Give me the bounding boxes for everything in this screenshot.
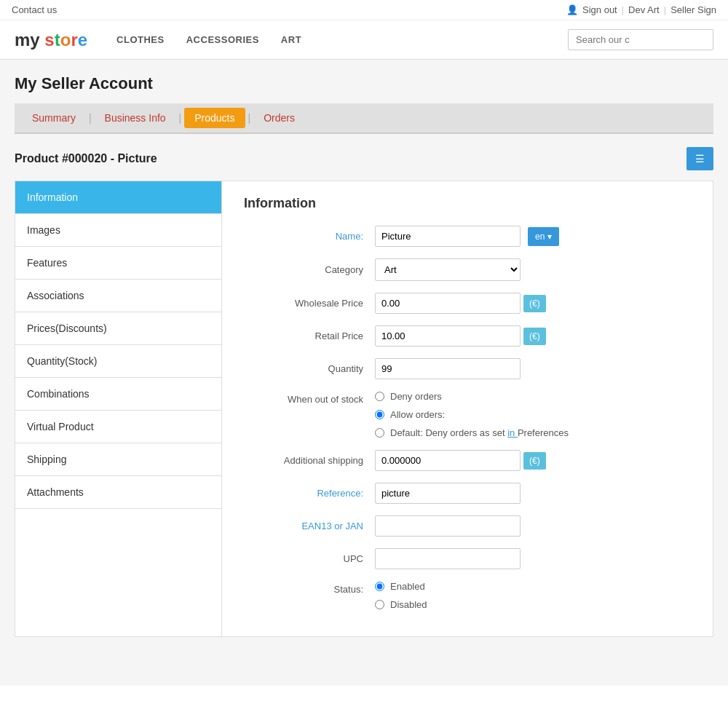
action-button[interactable]: ☰ xyxy=(687,147,713,170)
tab-products[interactable]: Products xyxy=(184,108,245,128)
additional-shipping-label: Additional shipping xyxy=(244,455,375,466)
form-row-retail: Retail Price (€) xyxy=(244,325,691,347)
top-bar-right: 👤 Sign out | Dev Art | Seller Sign xyxy=(566,4,716,15)
wholesale-input-group: (€) xyxy=(375,293,546,314)
search-input[interactable] xyxy=(568,29,713,50)
form-row-reference: Reference: xyxy=(244,483,691,504)
sidebar-item-combinations[interactable]: Combinations xyxy=(15,378,221,411)
nav-clothes[interactable]: CLOTHES xyxy=(116,34,165,45)
tab-summary[interactable]: Summary xyxy=(22,108,86,128)
name-input-group: en ▾ xyxy=(375,226,559,247)
wholesale-label: Wholesale Price xyxy=(244,298,375,309)
radio-enabled[interactable] xyxy=(375,582,384,591)
sidebar: Information Images Features Associations… xyxy=(15,181,222,637)
form-row-out-of-stock: When out of stock Deny orders Allow orde… xyxy=(244,391,691,438)
status-disabled-label: Disabled xyxy=(390,599,427,610)
sidebar-item-associations[interactable]: Associations xyxy=(15,280,221,312)
sign-out-link[interactable]: Sign out xyxy=(582,4,617,15)
sidebar-item-features[interactable]: Features xyxy=(15,247,221,280)
search-area xyxy=(568,29,713,50)
sidebar-item-attachments[interactable]: Attachments xyxy=(15,476,221,509)
wholesale-input[interactable] xyxy=(375,293,521,314)
retail-currency: (€) xyxy=(523,328,546,345)
product-header: Product #000020 - Picture ☰ xyxy=(15,147,713,170)
retail-label: Retail Price xyxy=(244,331,375,341)
name-label: Name: xyxy=(244,231,375,242)
content-area: Information Name: en ▾ Category Art Clot… xyxy=(222,181,713,637)
main-nav: CLOTHES ACCESSORIES ART xyxy=(116,34,301,45)
reference-input[interactable] xyxy=(375,483,521,504)
tab-orders[interactable]: Orders xyxy=(253,108,305,128)
preferences-link[interactable]: in xyxy=(507,427,518,438)
form-row-wholesale: Wholesale Price (€) xyxy=(244,293,691,314)
nav-art[interactable]: ART xyxy=(281,34,301,45)
top-bar: Contact us 👤 Sign out | Dev Art | Seller… xyxy=(0,0,728,20)
nav-accessories[interactable]: ACCESSORIES xyxy=(186,34,259,45)
form-row-ean13: EAN13 or JAN xyxy=(244,515,691,537)
ean13-label: EAN13 or JAN xyxy=(244,521,375,531)
form-row-additional-shipping: Additional shipping (€) xyxy=(244,450,691,471)
status-enabled-label: Enabled xyxy=(390,581,425,592)
logo: my store xyxy=(15,30,87,50)
seller-sign-label: Seller Sign xyxy=(670,4,716,15)
tabs-bar: Summary | Business Info | Products | Ord… xyxy=(15,103,713,134)
radio-disabled[interactable] xyxy=(375,600,384,609)
radio-default[interactable] xyxy=(375,428,384,438)
sidebar-item-shipping[interactable]: Shipping xyxy=(15,443,221,476)
radio-deny-row[interactable]: Deny orders xyxy=(375,391,569,402)
devart-label: Dev Art xyxy=(628,4,660,15)
category-label: Category xyxy=(244,264,375,275)
status-options: Enabled Disabled xyxy=(375,581,427,610)
form-row-quantity: Quantity xyxy=(244,358,691,379)
ean13-input[interactable] xyxy=(375,515,521,537)
out-of-stock-options: Deny orders Allow orders: Default: Deny … xyxy=(375,391,569,438)
quantity-label: Quantity xyxy=(244,363,375,374)
wholesale-currency: (€) xyxy=(523,295,546,312)
sidebar-item-quantity[interactable]: Quantity(Stock) xyxy=(15,345,221,378)
radio-deny[interactable] xyxy=(375,392,384,401)
retail-input[interactable] xyxy=(375,325,521,347)
main-layout: Information Images Features Associations… xyxy=(15,181,713,637)
radio-allow[interactable] xyxy=(375,410,384,419)
radio-allow-row[interactable]: Allow orders: xyxy=(375,409,569,420)
quantity-input[interactable] xyxy=(375,358,521,379)
name-input[interactable] xyxy=(375,226,521,247)
form-row-status: Status: Enabled Disabled xyxy=(244,581,691,610)
upc-input[interactable] xyxy=(375,548,521,569)
sidebar-item-prices[interactable]: Prices(Discounts) xyxy=(15,312,221,345)
radio-allow-label: Allow orders: xyxy=(390,409,445,420)
section-title: Information xyxy=(244,196,691,211)
header: my store CLOTHES ACCESSORIES ART xyxy=(0,20,728,60)
form-row-category: Category Art Clothes Accessories xyxy=(244,258,691,281)
sidebar-item-virtual[interactable]: Virtual Product xyxy=(15,411,221,443)
radio-default-row[interactable]: Default: Deny orders as set in Preferenc… xyxy=(375,427,569,438)
contact-us: Contact us xyxy=(12,4,57,15)
tab-business-info[interactable]: Business Info xyxy=(95,108,176,128)
radio-disabled-row[interactable]: Disabled xyxy=(375,599,427,610)
page-title: My Seller Account xyxy=(15,74,713,93)
additional-shipping-input[interactable] xyxy=(375,450,521,471)
additional-shipping-currency: (€) xyxy=(523,452,546,470)
product-title: Product #000020 - Picture xyxy=(15,152,157,165)
page-content: My Seller Account Summary | Business Inf… xyxy=(0,60,728,686)
sidebar-item-information[interactable]: Information xyxy=(15,181,221,214)
additional-shipping-group: (€) xyxy=(375,450,546,471)
radio-deny-label: Deny orders xyxy=(390,391,442,402)
form-row-name: Name: en ▾ xyxy=(244,226,691,247)
user-icon: 👤 xyxy=(566,4,578,15)
radio-enabled-row[interactable]: Enabled xyxy=(375,581,427,592)
reference-label: Reference: xyxy=(244,488,375,499)
radio-default-label: Default: Deny orders as set in Preferenc… xyxy=(390,427,569,438)
sidebar-item-images[interactable]: Images xyxy=(15,214,221,247)
category-select[interactable]: Art Clothes Accessories xyxy=(375,258,521,281)
retail-input-group: (€) xyxy=(375,325,546,347)
status-label: Status: xyxy=(244,581,375,595)
out-of-stock-label: When out of stock xyxy=(244,391,375,405)
upc-label: UPC xyxy=(244,553,375,564)
form-row-upc: UPC xyxy=(244,548,691,569)
lang-button[interactable]: en ▾ xyxy=(528,227,559,246)
